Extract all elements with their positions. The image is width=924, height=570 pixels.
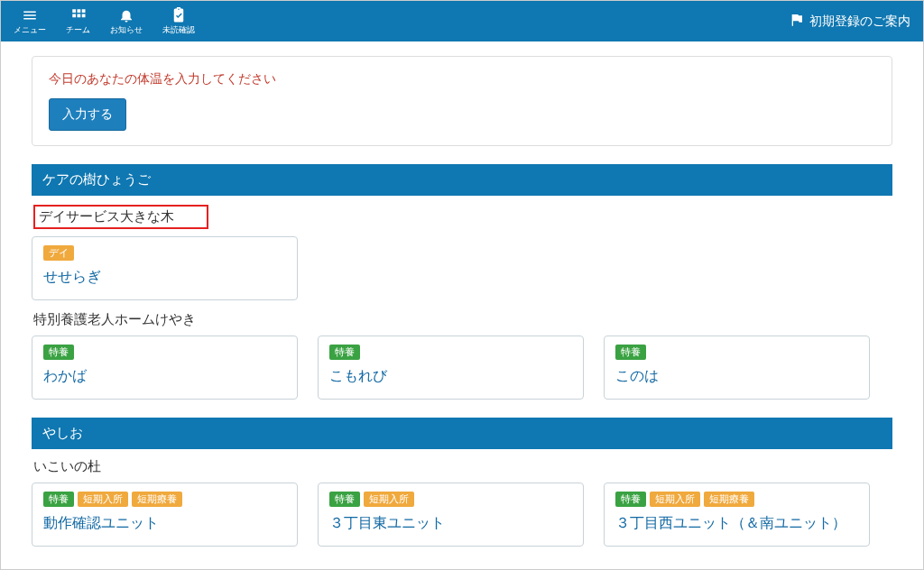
unit-card[interactable]: 特養わかば bbox=[32, 336, 298, 400]
unit-card[interactable]: 特養短期入所短期療養動作確認ユニット bbox=[32, 483, 298, 547]
card-title: ３丁目西ユニット（＆南ユニット） bbox=[615, 514, 858, 533]
content: 今日のあなたの体温を入力してください 入力する ケアの樹ひょうごデイサービス大き… bbox=[1, 41, 923, 566]
card-tags: 特養短期入所短期療養 bbox=[43, 491, 286, 507]
card-title: わかば bbox=[43, 367, 286, 386]
unit-card[interactable]: 特養このは bbox=[604, 336, 870, 400]
input-temperature-button[interactable]: 入力する bbox=[49, 98, 126, 131]
tag-tankiNyusho: 短期入所 bbox=[78, 492, 128, 507]
unit-card[interactable]: 特養短期入所短期療養３丁目西ユニット（＆南ユニット） bbox=[604, 483, 870, 547]
sections-container: ケアの樹ひょうごデイサービス大きな木デイせせらぎ特別養護老人ホームけやき特養わか… bbox=[32, 164, 892, 547]
flag-icon bbox=[790, 13, 804, 30]
tag-tankiNyusho: 短期入所 bbox=[364, 492, 414, 507]
highlighted-subheader: デイサービス大きな木 bbox=[33, 205, 208, 229]
card-tags: 特養 bbox=[43, 344, 286, 360]
tag-tokuyo: 特養 bbox=[43, 345, 74, 360]
nav-label: チーム bbox=[66, 24, 90, 36]
card-title: ３丁目東ユニット bbox=[329, 514, 572, 533]
app-root: メニュー チーム お知らせ 未読確認 bbox=[0, 0, 924, 570]
topbar-left: メニュー チーム お知らせ 未読確認 bbox=[14, 7, 195, 36]
nav-label: 未読確認 bbox=[162, 24, 195, 36]
card-title: 動作確認ユニット bbox=[43, 514, 286, 533]
card-tags: 特養短期入所短期療養 bbox=[615, 491, 858, 507]
card-tags: デイ bbox=[43, 244, 286, 261]
unit-card[interactable]: 特養短期入所３丁目東ユニット bbox=[318, 483, 584, 547]
topbar-right-link[interactable]: 初期登録のご案内 bbox=[790, 13, 910, 30]
grid-icon bbox=[69, 7, 88, 23]
tag-tankiNyusho: 短期入所 bbox=[650, 492, 700, 507]
tag-tankiRyoyo: 短期療養 bbox=[704, 492, 754, 507]
tag-day: デイ bbox=[43, 245, 74, 261]
tag-tokuyo: 特養 bbox=[329, 492, 360, 507]
section-header: やしお bbox=[32, 418, 892, 449]
card-title: このは bbox=[615, 367, 858, 386]
tag-tokuyo: 特養 bbox=[43, 492, 74, 507]
nav-label: お知らせ bbox=[110, 24, 143, 36]
tag-tankiRyoyo: 短期療養 bbox=[132, 492, 182, 507]
nav-notifications[interactable]: お知らせ bbox=[110, 7, 143, 36]
sub-header: いこいの杜 bbox=[32, 453, 892, 483]
unit-card[interactable]: 特養こもれび bbox=[318, 336, 584, 400]
sub-header: 特別養護老人ホームけやき bbox=[32, 306, 892, 336]
tag-tokuyo: 特養 bbox=[615, 492, 646, 507]
nav-label: メニュー bbox=[14, 24, 46, 36]
menu-icon bbox=[21, 7, 39, 23]
card-title: せせらぎ bbox=[43, 268, 286, 287]
card-title: こもれび bbox=[329, 367, 572, 386]
notice-text: 今日のあなたの体温を入力してください bbox=[49, 71, 875, 87]
card-grid: 特養わかば特養こもれび特養このは bbox=[32, 336, 892, 400]
card-grid: 特養短期入所短期療養動作確認ユニット特養短期入所３丁目東ユニット特養短期入所短期… bbox=[32, 483, 892, 547]
tag-tokuyo: 特養 bbox=[329, 345, 360, 360]
bell-icon bbox=[117, 7, 135, 23]
card-tags: 特養 bbox=[329, 344, 572, 360]
sub-header: デイサービス大きな木 bbox=[32, 199, 892, 236]
unit-card[interactable]: デイせせらぎ bbox=[32, 236, 298, 300]
nav-unread[interactable]: 未読確認 bbox=[162, 7, 195, 36]
nav-menu[interactable]: メニュー bbox=[14, 7, 46, 36]
topbar: メニュー チーム お知らせ 未読確認 bbox=[1, 1, 923, 41]
clipboard-check-icon bbox=[170, 7, 188, 23]
notice-box: 今日のあなたの体温を入力してください 入力する bbox=[32, 56, 892, 146]
card-grid: デイせせらぎ bbox=[32, 236, 892, 300]
nav-team[interactable]: チーム bbox=[66, 7, 90, 36]
card-tags: 特養短期入所 bbox=[329, 491, 572, 507]
section-header: ケアの樹ひょうご bbox=[32, 164, 892, 196]
right-link-label: 初期登録のご案内 bbox=[809, 14, 910, 30]
card-tags: 特養 bbox=[615, 344, 858, 360]
tag-tokuyo: 特養 bbox=[615, 345, 646, 360]
